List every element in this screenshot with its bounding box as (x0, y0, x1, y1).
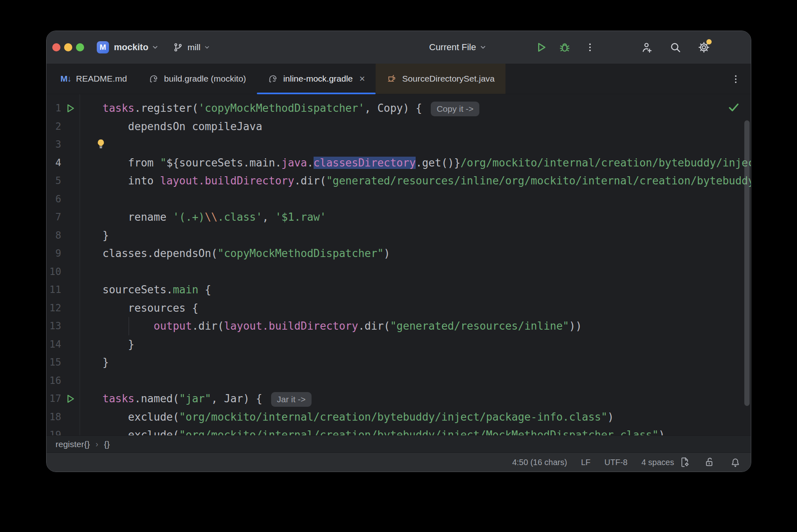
breadcrumb-item[interactable]: {} (104, 439, 110, 449)
line-number[interactable]: 7 (47, 208, 61, 226)
code-line[interactable]: exclude("org/mockito/internal/creation/b… (102, 426, 751, 435)
tab-inline[interactable]: inline-mock.gradle× (257, 64, 376, 94)
java-icon (386, 73, 397, 84)
code-line[interactable]: dependsOn compileJava (102, 117, 751, 136)
run-icon[interactable] (535, 41, 547, 53)
editor[interactable]: 12345678910111213141516171819 tasks.regi… (47, 94, 751, 435)
debug-icon[interactable] (559, 41, 571, 53)
gutter-row: 13 (47, 317, 80, 335)
code-line[interactable]: tasks.named("jar", Jar) { Jar it -> (102, 390, 751, 408)
code-line[interactable]: output.dir(layout.buildDirectory.dir("ge… (102, 317, 751, 335)
gutter-row: 5 (47, 172, 80, 190)
gradle-icon (267, 73, 278, 84)
line-number[interactable]: 10 (47, 263, 61, 281)
indent-guide (129, 317, 129, 335)
close-window-button[interactable] (52, 43, 60, 51)
intention-bulb-icon[interactable] (95, 138, 107, 150)
code-line[interactable]: sourceSets.main { (102, 281, 751, 299)
gutter: 12345678910111213141516171819 (47, 94, 80, 435)
run-gutter-icon[interactable] (65, 393, 76, 404)
git-branch-icon (173, 42, 183, 53)
run-gutter-icon[interactable] (65, 103, 76, 114)
line-number[interactable]: 11 (47, 281, 61, 299)
kebab-menu-icon[interactable] (585, 42, 595, 53)
indent[interactable]: 4 spaces (641, 458, 674, 467)
line-number[interactable]: 15 (47, 353, 61, 372)
line-number[interactable]: 12 (47, 299, 61, 317)
code-line[interactable]: from "${sourceSets.main.java.classesDire… (102, 154, 751, 172)
code-line[interactable]: exclude("org/mockito/internal/creation/b… (102, 408, 751, 426)
line-number[interactable]: 2 (47, 117, 61, 136)
notifications-bell-icon[interactable] (730, 457, 741, 468)
code-line[interactable]: } (102, 353, 751, 372)
chevron-down-icon[interactable] (151, 44, 159, 51)
line-number[interactable]: 13 (47, 317, 61, 335)
caret-position[interactable]: 4:50 (16 chars) (512, 458, 567, 467)
code-line[interactable] (102, 135, 751, 154)
line-number[interactable]: 17 (47, 390, 61, 408)
inlay-hint[interactable]: Copy it -> (431, 102, 479, 116)
code-token: output (154, 320, 192, 332)
code-token: classes.dependsOn( (102, 247, 218, 259)
line-number[interactable]: 19 (47, 426, 61, 435)
code-token: ${ (167, 157, 179, 169)
zoom-window-button[interactable] (76, 43, 84, 51)
code-line[interactable]: tasks.register('copyMockMethodDispatcher… (102, 99, 751, 117)
code-line[interactable]: } (102, 226, 751, 245)
gutter-row: 12 (47, 299, 80, 317)
tab-options-kebab-icon[interactable] (730, 64, 741, 94)
code-token: rename (102, 211, 173, 223)
line-number[interactable]: 16 (47, 372, 61, 390)
readonly-toggle-unlocked-icon[interactable] (704, 457, 716, 468)
line-number[interactable]: 8 (47, 226, 61, 245)
tab-sourcedir[interactable]: SourceDirectorySet.java (376, 64, 505, 94)
line-separator[interactable]: LF (581, 458, 590, 467)
line-number[interactable]: 18 (47, 408, 61, 426)
vcs-widget[interactable]: mill (173, 42, 210, 53)
gutter-row: 19 (47, 426, 80, 435)
tab-label: build.gradle (mockito) (164, 74, 246, 84)
code-token: } (102, 229, 109, 242)
code-line[interactable]: rename '(.+)\\.class', '$1.raw' (102, 208, 751, 226)
code-token: .named( (134, 392, 179, 405)
indent-config-code-style-config-icon[interactable] (679, 457, 690, 468)
code-line[interactable] (102, 190, 751, 208)
line-number[interactable]: 14 (47, 335, 61, 354)
code-token: "org/mockito/internal/creation/bytebuddy… (179, 411, 608, 423)
code-token: layout.buildDirectory (160, 175, 294, 187)
close-tab-icon[interactable]: × (359, 73, 365, 84)
line-number[interactable]: 6 (47, 190, 61, 208)
tab-readme[interactable]: M↓README.md (50, 64, 138, 94)
settings-gear-icon[interactable] (698, 41, 710, 53)
add-user-icon[interactable] (641, 41, 653, 53)
code-line[interactable]: classes.dependsOn("copyMockMethodDispatc… (102, 244, 751, 263)
line-number[interactable]: 5 (47, 172, 61, 190)
inspections-ok-icon[interactable] (727, 101, 740, 114)
line-number[interactable]: 9 (47, 244, 61, 263)
vertical-scrollbar[interactable] (744, 120, 750, 406)
tab-build[interactable]: build.gradle (mockito) (138, 64, 257, 94)
gutter-row: 3 (47, 135, 80, 154)
inlay-hint[interactable]: Jar it -> (271, 392, 312, 407)
code-line[interactable]: resources { (102, 299, 751, 317)
code-line[interactable]: } (102, 335, 751, 354)
line-number[interactable]: 3 (47, 135, 61, 154)
code-token: sourceSets. (102, 284, 173, 296)
code-token: ) (659, 429, 665, 435)
code-token: exclude( (102, 429, 179, 435)
code-line[interactable] (102, 372, 751, 390)
breadcrumb-item[interactable]: register{} (56, 439, 90, 449)
line-number[interactable]: 4 (47, 154, 61, 172)
gutter-row: 8 (47, 226, 80, 245)
gutter-row: 1 (47, 99, 80, 117)
run-configuration-selector[interactable]: Current File (429, 42, 476, 53)
code-token: "generated/resources/inline" (390, 320, 569, 332)
code-line[interactable]: into layout.buildDirectory.dir("generate… (102, 172, 751, 190)
code-token: )) (569, 320, 582, 332)
code-line[interactable] (102, 263, 751, 281)
encoding[interactable]: UTF-8 (604, 458, 628, 467)
project-name[interactable]: mockito (114, 42, 148, 53)
minimize-window-button[interactable] (64, 43, 72, 51)
search-icon[interactable] (669, 41, 681, 53)
line-number[interactable]: 1 (47, 99, 61, 117)
